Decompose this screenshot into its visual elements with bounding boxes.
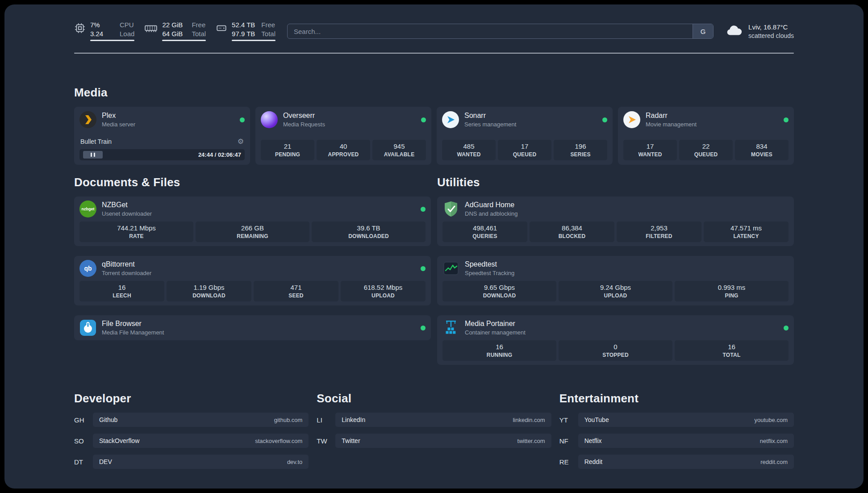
service-card-filebrowser[interactable]: File Browser Media File Management [74, 315, 431, 340]
section-title-developer: Developer [74, 392, 309, 405]
bookmark-dev[interactable]: DT DEV dev.to [74, 455, 309, 469]
search-input[interactable] [288, 24, 693, 38]
disk-icon [216, 22, 227, 34]
stat-wanted: 485 WANTED [442, 140, 496, 160]
stat-approved: 40 APPROVED [317, 140, 370, 160]
service-card-portainer[interactable]: Media Portainer Container management 16 … [437, 315, 794, 365]
bookmark-domain: linkedin.com [513, 417, 545, 423]
stat-upload: 618.52 Mbps UPLOAD [341, 281, 426, 301]
cpu-meter [90, 40, 134, 41]
stat-total: 16 TOTAL [675, 340, 789, 361]
stat-download: 1.19 Gbps DOWNLOAD [167, 281, 251, 301]
memory-total-value: 64 GiB [162, 30, 185, 38]
utilities-column: Utilities AdGuard Home [437, 175, 794, 365]
section-title-utilities: Utilities [437, 175, 794, 189]
bookmark-github[interactable]: GH Github github.com [74, 413, 309, 427]
memory-free-value: 22 GiB [162, 21, 185, 29]
stat-download: 9.65 Gbps DOWNLOAD [442, 281, 556, 301]
stat-series: 196 SERIES [554, 140, 607, 160]
documents-column: Documents & Files nzbget NZBGet Usenet d… [74, 175, 431, 365]
plex-now-playing-widget: Bullet Train ⚙ 24:44 / 02:06:47 [79, 137, 245, 160]
weather-location: Lviv, 16.87°C [748, 23, 794, 31]
pause-icon[interactable] [83, 151, 103, 159]
search-provider-button[interactable]: G [693, 24, 713, 38]
bookmark-name: LinkedIn [342, 416, 365, 423]
status-dot [421, 117, 426, 122]
bookmark-reddit[interactable]: RE Reddit reddit.com [559, 455, 794, 469]
status-dot [421, 266, 426, 271]
topbar-divider [74, 53, 794, 54]
disk-free-value: 52.4 TB [232, 21, 255, 29]
gear-icon[interactable]: ⚙ [238, 137, 244, 146]
dashboard: 7% 3.24 CPU Load [4, 4, 864, 489]
disk-total-value: 97.9 TB [232, 30, 255, 38]
cpu-widget: 7% 3.24 CPU Load [74, 21, 134, 41]
service-name: Plex [102, 112, 135, 120]
bookmark-name: Netflix [584, 437, 602, 444]
service-card-nzbget[interactable]: nzbget NZBGet Usenet downloader 744.21 M… [74, 196, 431, 246]
bookmark-abbr: TW [317, 437, 335, 445]
sonarr-icon [442, 111, 459, 128]
cpu-usage-value: 7% [90, 21, 113, 29]
service-card-qbittorrent[interactable]: qb qBittorrent Torrent downloader 16 LEE… [74, 256, 431, 305]
stat-queued: 22 QUEUED [679, 140, 733, 160]
weather-widget: Lviv, 16.87°C scattered clouds [725, 23, 794, 39]
stat-leech: 16 LEECH [79, 281, 164, 301]
qbittorrent-icon: qb [79, 260, 96, 277]
bookmark-netflix[interactable]: NF Netflix netflix.com [559, 434, 794, 448]
disk-widget: 52.4 TB 97.9 TB Free Total [216, 21, 275, 41]
bookmark-abbr: LI [317, 416, 335, 424]
plex-icon [79, 111, 96, 128]
bookmark-abbr: YT [559, 416, 578, 424]
bookmark-twitter[interactable]: TW Twitter twitter.com [317, 434, 551, 448]
memory-free-label: Free [192, 21, 206, 29]
stat-running: 16 RUNNING [442, 340, 556, 361]
bookmark-name: Twitter [342, 437, 360, 444]
disk-meter [232, 40, 275, 41]
service-card-plex[interactable]: Plex Media server Bullet Train ⚙ 24:44 /… [74, 107, 250, 165]
stat-stopped: 0 STOPPED [559, 340, 672, 361]
player-progress-bar[interactable]: 24:44 / 02:06:47 [79, 149, 245, 160]
service-card-radarr[interactable]: Radarr Movie management 17 WANTED 22 QUE… [618, 107, 794, 165]
cloud-icon [725, 24, 744, 39]
search-bar: G [287, 24, 714, 39]
stat-queries: 498,461 QUERIES [442, 221, 527, 242]
media-card-grid: Plex Media server Bullet Train ⚙ 24:44 /… [74, 107, 794, 165]
stat-wanted: 17 WANTED [623, 140, 677, 160]
service-card-speedtest[interactable]: Speedtest Speedtest Tracking 9.65 Gbps D… [437, 256, 794, 305]
service-card-overseerr[interactable]: Overseerr Media Requests 21 PENDING 40 A… [255, 107, 431, 165]
service-name: Speedtest [465, 260, 514, 268]
status-dot [784, 117, 789, 122]
bookmark-name: StackOverflow [99, 437, 139, 444]
cpu-usage-label: CPU [120, 21, 134, 29]
bookmark-domain: twitter.com [517, 438, 545, 444]
section-title-media: Media [74, 86, 794, 100]
service-name: NZBGet [102, 201, 152, 209]
section-title-social: Social [317, 392, 551, 405]
bookmark-abbr: SO [74, 437, 93, 445]
service-subtitle: Media File Management [102, 329, 164, 336]
cpu-load-value: 3.24 [90, 30, 113, 38]
bookmark-abbr: DT [74, 458, 93, 466]
speedtest-icon [442, 260, 459, 277]
service-card-adguard[interactable]: AdGuard Home DNS and adblocking 498,461 … [437, 196, 794, 246]
service-name: File Browser [102, 320, 164, 328]
cpu-icon [74, 22, 86, 34]
playback-time: 24:44 / 02:06:47 [198, 151, 241, 158]
section-title-documents: Documents & Files [74, 175, 431, 189]
stat-ping: 0.993 ms PING [675, 281, 789, 301]
top-bar: 7% 3.24 CPU Load [74, 21, 794, 41]
bookmark-abbr: GH [74, 416, 93, 424]
bookmark-group-entertainment: Entertainment YT YouTube youtube.com NF … [559, 392, 794, 469]
bookmark-linkedin[interactable]: LI LinkedIn linkedin.com [317, 413, 551, 427]
bookmark-youtube[interactable]: YT YouTube youtube.com [559, 413, 794, 427]
weather-condition: scattered clouds [748, 32, 794, 39]
service-subtitle: Media server [102, 121, 135, 128]
bookmark-group-developer: Developer GH Github github.com SO StackO… [74, 392, 309, 469]
bookmark-stackoverflow[interactable]: SO StackOverflow stackoverflow.com [74, 434, 309, 448]
filebrowser-icon [79, 319, 96, 336]
disk-free-label: Free [261, 21, 275, 29]
service-card-sonarr[interactable]: Sonarr Series management 485 WANTED 17 Q… [437, 107, 613, 165]
section-title-entertainment: Entertainment [559, 392, 794, 405]
memory-meter [162, 40, 206, 41]
